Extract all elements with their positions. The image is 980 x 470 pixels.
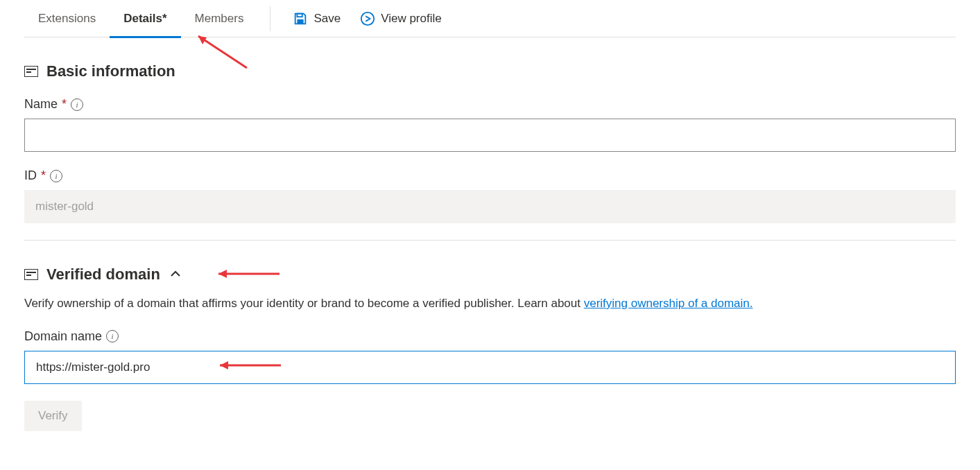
name-input[interactable]: [24, 119, 956, 152]
domain-name-label: Domain name: [24, 329, 102, 344]
view-profile-label: View profile: [381, 12, 442, 26]
tab-extensions[interactable]: Extensions: [24, 0, 110, 37]
id-input: [24, 190, 956, 223]
section-basic-info: Basic information Name * i ID * i: [24, 62, 956, 223]
view-profile-icon: [360, 11, 375, 26]
domain-name-input[interactable]: [24, 351, 956, 384]
info-icon[interactable]: i: [50, 170, 62, 182]
section-divider: [24, 240, 956, 241]
svg-marker-12: [218, 270, 227, 278]
name-label: Name: [24, 97, 58, 112]
verifying-ownership-link[interactable]: verifying ownership of a domain.: [584, 297, 753, 310]
section-verified-domain: Verified domain Verify ownership of a do…: [24, 266, 956, 431]
section-title-basic-info: Basic information: [46, 62, 175, 80]
form-icon: [24, 66, 38, 77]
svg-rect-1: [298, 19, 304, 23]
section-title-verified-domain: Verified domain: [46, 266, 160, 284]
save-icon: [293, 11, 308, 26]
save-button[interactable]: Save: [283, 11, 350, 26]
annotation-arrow-2: [210, 267, 286, 281]
tab-members[interactable]: Members: [181, 0, 258, 37]
view-profile-button[interactable]: View profile: [350, 11, 452, 26]
svg-rect-0: [298, 13, 302, 17]
tab-details[interactable]: Details*: [110, 0, 180, 37]
tabs-bar: Extensions Details* Members Save View p: [24, 0, 956, 37]
svg-point-2: [361, 12, 374, 24]
verified-domain-description: Verify ownership of a domain that affirm…: [24, 295, 956, 313]
tab-divider: [270, 6, 270, 31]
save-button-label: Save: [313, 12, 341, 26]
required-indicator: *: [41, 168, 46, 183]
info-icon[interactable]: i: [71, 98, 83, 111]
chevron-up-icon[interactable]: [169, 267, 182, 283]
info-icon[interactable]: i: [106, 330, 119, 342]
id-label: ID: [24, 168, 37, 183]
verify-button: Verify: [24, 401, 82, 431]
form-icon: [24, 269, 38, 280]
required-indicator: *: [62, 97, 67, 112]
